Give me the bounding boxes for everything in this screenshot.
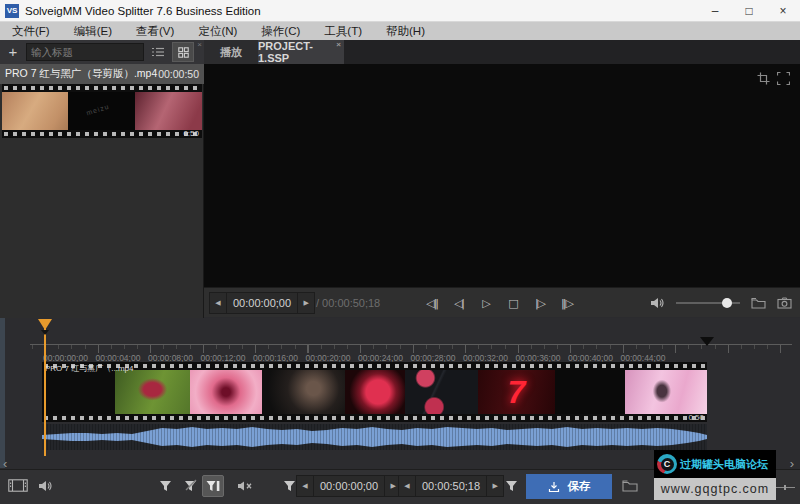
- remove-marker-icon[interactable]: [180, 470, 202, 501]
- volume-slider[interactable]: [676, 302, 740, 304]
- video-preview: [204, 64, 800, 287]
- marker-in-value[interactable]: 00:00:00;00: [313, 476, 385, 496]
- thumb-frame-phone: meizu: [68, 92, 135, 130]
- thumbnail-frames: meizu: [2, 92, 202, 130]
- show-audio-track-icon[interactable]: [38, 470, 53, 501]
- output-folder-icon[interactable]: [622, 470, 638, 501]
- open-folder-icon[interactable]: [751, 297, 766, 309]
- minimize-button[interactable]: –: [698, 0, 732, 21]
- media-file-duration: 00:00:50: [158, 68, 204, 80]
- search-box: [26, 43, 144, 61]
- time-decrement-icon[interactable]: ◀: [210, 299, 226, 307]
- audio-waveform: [42, 424, 707, 450]
- forum-logo-icon: C: [657, 454, 677, 474]
- fullscreen-icon[interactable]: [777, 72, 790, 85]
- current-time-value[interactable]: 00:00:00;00: [226, 293, 298, 313]
- timeline-filmstrip[interactable]: 7 PRO 7 红与黑广（...mp4 0:50: [42, 362, 707, 422]
- tab-playback[interactable]: 播放: [204, 40, 258, 64]
- marker-options-icon[interactable]: [500, 470, 522, 501]
- menu-item[interactable]: 编辑(E): [62, 24, 124, 39]
- total-duration: / 00:00:50;18: [316, 297, 380, 309]
- clip-name-label: PRO 7 红与黑广（...mp4: [45, 363, 133, 374]
- watermark-forum-name: 过期罐头电脑论坛: [680, 457, 768, 472]
- marker-in-spinner: ◀ 00:00:00;00 ▶: [296, 475, 402, 497]
- list-view-icon[interactable]: [147, 42, 169, 62]
- timeline-gutter: [0, 318, 5, 468]
- snapshot-icon[interactable]: [777, 297, 792, 309]
- step-back-icon[interactable]: ◁|: [449, 297, 469, 310]
- volume-knob[interactable]: [722, 298, 732, 308]
- menu-item[interactable]: 定位(N): [186, 24, 249, 39]
- menu-item[interactable]: 查看(V): [124, 24, 186, 39]
- save-button[interactable]: 保存: [526, 474, 612, 499]
- time-increment-icon[interactable]: ▶: [298, 299, 314, 307]
- marker-in-decrement-icon[interactable]: ◀: [297, 482, 313, 490]
- tab-project[interactable]: PROJECT-1.SSP ×: [258, 40, 344, 64]
- marker-out-decrement-icon[interactable]: ◀: [399, 482, 415, 490]
- timeline-ruler[interactable]: [30, 344, 792, 353]
- media-file-name: PRO 7 红与黑广（导剪版）.mp4: [0, 67, 158, 81]
- main-area: + × PRO 7 红与黑广（导剪版）.mp4 00:00:50: [0, 40, 800, 504]
- film-sprockets: [2, 84, 202, 92]
- panel-close-icon[interactable]: ×: [197, 40, 202, 49]
- film-sprockets: [42, 414, 707, 422]
- frame-phone-pink: [625, 370, 707, 414]
- frame-neon-seven: 7: [478, 370, 555, 414]
- menu-item[interactable]: 工具(T): [312, 24, 374, 39]
- mute-fragment-icon[interactable]: [234, 470, 256, 501]
- media-file-row[interactable]: PRO 7 红与黑广（导剪版）.mp4 00:00:50: [0, 64, 204, 84]
- current-time-spinner: ◀ 00:00:00;00 ▶: [209, 292, 315, 314]
- menu-item[interactable]: 文件(F): [0, 24, 62, 39]
- playhead-line[interactable]: [44, 320, 46, 456]
- zoom-slider[interactable]: [775, 487, 795, 488]
- watermark-url: www.gqgtpc.com: [661, 482, 769, 496]
- zoom-slider-knob[interactable]: [784, 485, 786, 490]
- playhead-handle[interactable]: [38, 319, 52, 330]
- tab-project-label: PROJECT-1.SSP: [258, 40, 344, 64]
- clip-start-frame: [42, 370, 115, 414]
- window-title: SolveigMM Video Splitter 7.6 Business Ed…: [25, 5, 261, 17]
- neon-digit: 7: [508, 374, 526, 411]
- player-control-bar: ◀ 00:00:00;00 ▶ / 00:00:50;18 ◁‖ ◁| ▷ □ …: [204, 287, 800, 317]
- menu-item[interactable]: 帮助(H): [374, 24, 437, 39]
- playhead-handle-inner: [41, 330, 49, 335]
- library-panel: + × PRO 7 红与黑广（导剪版）.mp4 00:00:50: [0, 40, 204, 318]
- crop-icon[interactable]: [757, 72, 770, 85]
- add-media-button[interactable]: +: [0, 40, 26, 64]
- close-button[interactable]: ×: [766, 0, 800, 21]
- add-marker-icon[interactable]: [154, 470, 176, 501]
- frame-dark: [555, 370, 625, 414]
- tab-close-icon[interactable]: ×: [336, 40, 341, 49]
- media-end-marker[interactable]: [700, 337, 714, 346]
- library-toolbar: + ×: [0, 40, 204, 64]
- grid-view-icon[interactable]: [172, 42, 194, 62]
- play-icon[interactable]: ▷: [476, 297, 496, 310]
- step-forward-icon[interactable]: |▷: [530, 297, 550, 310]
- maximize-button[interactable]: □: [732, 0, 766, 21]
- app-icon: VS: [5, 4, 19, 18]
- show-video-track-icon[interactable]: [8, 470, 28, 501]
- menu-item[interactable]: 操作(C): [249, 24, 312, 39]
- watermark-bottom: www.gqgtpc.com: [654, 478, 776, 500]
- timeline: 00:00:00;0000:00:04;0000:00:08;0000:00:1…: [0, 318, 800, 469]
- thumb-brand-text: meizu: [85, 103, 110, 117]
- watermark-top: C 过期罐头电脑论坛: [654, 450, 776, 478]
- save-icon: [548, 481, 560, 493]
- media-thumbnail-filmstrip[interactable]: meizu 0:50: [2, 84, 202, 138]
- frame-grass: [115, 370, 190, 414]
- forum-watermark: C 过期罐头电脑论坛 www.gqgtpc.com: [654, 450, 776, 500]
- frame-silhouette: [190, 370, 262, 414]
- prev-keyframe-icon[interactable]: ◁‖: [422, 297, 442, 310]
- marker-out-value[interactable]: 00:00:50;18: [415, 476, 487, 496]
- volume-icon[interactable]: [650, 297, 665, 309]
- transport-controls: ◁‖ ◁| ▷ □ |▷ ‖▷: [422, 288, 577, 318]
- player-right-controls: [650, 288, 792, 318]
- next-keyframe-icon[interactable]: ‖▷: [557, 297, 577, 310]
- menu-bar: 文件(F)编辑(E)查看(V)定位(N)操作(C)工具(T)帮助(H): [0, 22, 800, 40]
- save-button-label: 保存: [568, 479, 591, 494]
- stop-icon[interactable]: □: [503, 297, 523, 310]
- tab-bar: 播放 PROJECT-1.SSP ×: [204, 40, 800, 64]
- marker-tool-active-icon[interactable]: [202, 475, 224, 497]
- timeline-frames: 7: [42, 370, 707, 414]
- thumb-frame-skin: [2, 92, 68, 130]
